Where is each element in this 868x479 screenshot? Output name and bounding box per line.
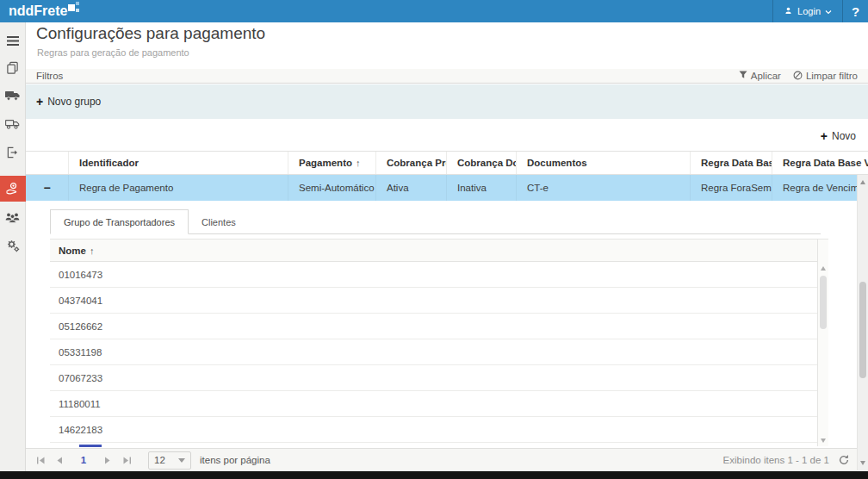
inner-column-nome[interactable]: Nome ↑: [50, 240, 817, 262]
detail-tabs: Grupo de Transportadores Clientes: [50, 209, 249, 234]
refresh-button[interactable]: [838, 454, 850, 466]
minus-icon: −: [43, 181, 50, 195]
scroll-up-arrow-icon[interactable]: [821, 266, 826, 271]
column-documentos[interactable]: Documentos: [517, 152, 691, 174]
logo-squares-icon: [68, 2, 79, 14]
list-item[interactable]: 14622183: [50, 417, 817, 443]
pager: 1 12 itens por página Exibindo itens 1 -…: [26, 448, 857, 471]
table-row-selected[interactable]: − Regra de Pagamento Semi-Automático Ati…: [26, 175, 857, 201]
sidebar-item-users[interactable]: [0, 204, 26, 230]
documents-icon: [6, 61, 19, 74]
scrollbar-thumb[interactable]: [859, 282, 866, 378]
sort-asc-icon: ↑: [90, 246, 95, 256]
help-icon: ?: [852, 4, 859, 19]
outer-vertical-scrollbar[interactable]: [857, 175, 868, 470]
list-item[interactable]: 11180011: [50, 391, 817, 417]
cell-identificador: Regra de Pagamento: [69, 175, 288, 201]
chevron-down-icon: [178, 458, 185, 463]
sidebar-item-settings[interactable]: [0, 233, 26, 258]
app-window: nddFrete Login ?: [0, 0, 868, 479]
scroll-up-arrow-icon[interactable]: [860, 180, 865, 184]
truck-icon: [5, 90, 20, 102]
column-regra-data-base-pag[interactable]: Regra Data Base Pag...: [691, 152, 772, 174]
tab-grupo-de-transportadores[interactable]: Grupo de Transportadores: [50, 209, 189, 234]
scroll-down-arrow-icon[interactable]: [860, 461, 865, 465]
menu-toggle-button[interactable]: [0, 28, 26, 53]
sidebar: [0, 22, 26, 471]
list-item[interactable]: 04374041: [50, 288, 817, 314]
users-icon: [5, 212, 20, 223]
clear-filter-label: Limpar filtro: [806, 71, 858, 81]
help-button[interactable]: ?: [842, 0, 868, 22]
list-item[interactable]: 07067233: [50, 365, 817, 391]
per-page-label: itens por página: [200, 455, 270, 465]
hamburger-icon: [7, 36, 19, 46]
column-pagamento[interactable]: Pagamento↑: [288, 152, 376, 174]
plus-icon: +: [36, 96, 43, 108]
apply-filter-button[interactable]: Aplicar: [739, 71, 781, 81]
column-expander: [26, 152, 69, 174]
page-number-current[interactable]: 1: [69, 455, 98, 465]
new-group-button[interactable]: + Novo grupo: [36, 96, 101, 108]
new-group-label: Novo grupo: [47, 96, 101, 108]
clear-filter-button[interactable]: Limpar filtro: [793, 71, 858, 82]
filters-title: Filtros: [36, 71, 63, 81]
list-item[interactable]: 05331198: [50, 339, 817, 365]
cell-cobranca-doccob: Inativa: [447, 175, 517, 201]
column-regra-data-base-venc[interactable]: Regra Data Base Venc...: [772, 152, 868, 174]
sort-asc-icon: ↑: [356, 158, 361, 168]
page-subtitle: Regras para geração de pagamento: [37, 47, 189, 58]
column-cobranca-prefat[interactable]: Cobrança Prefat: [376, 152, 447, 174]
sidebar-item-documents[interactable]: [0, 54, 26, 80]
cell-regra-data-base-venc: Regra de Vencimento d...: [772, 175, 857, 201]
next-page-button[interactable]: [98, 449, 117, 472]
new-button-label: Novo: [832, 130, 856, 142]
window-bottom-edge: [0, 471, 868, 479]
first-page-button[interactable]: [31, 449, 50, 472]
filters-bar: Filtros Aplicar Limpar filtro: [26, 69, 868, 84]
filters-panel: + Novo grupo: [26, 84, 868, 119]
sidebar-item-truck-outline[interactable]: [0, 111, 26, 137]
list-item[interactable]: 01016473: [50, 262, 817, 288]
cell-documentos: CT-e: [517, 175, 691, 201]
truck-outline-icon: [5, 118, 20, 130]
column-cobranca-doccob[interactable]: Cobrança DocCob: [447, 152, 517, 174]
page-size-select[interactable]: 12: [148, 451, 191, 470]
previous-page-button[interactable]: [50, 449, 69, 472]
cell-regra-data-base-pag: Regra ForaSemana: [691, 175, 772, 201]
apply-filter-label: Aplicar: [751, 71, 781, 81]
user-icon: [784, 6, 793, 17]
cancel-circle-icon: [793, 71, 803, 82]
funnel-icon: [739, 71, 747, 81]
app-logo[interactable]: nddFrete: [9, 1, 79, 22]
gears-icon: [6, 239, 20, 252]
column-identificador[interactable]: Identificador: [69, 152, 288, 174]
list-item[interactable]: 05126662: [50, 314, 817, 339]
pager-status: Exibindo itens 1 - 1 de 1: [723, 455, 829, 465]
topbar: nddFrete Login ?: [0, 0, 868, 22]
plus-icon: +: [821, 130, 828, 142]
cell-pagamento: Semi-Automático: [288, 175, 376, 201]
grid-header-row: Identificador Pagamento↑ Cobrança Prefat…: [26, 151, 868, 175]
sidebar-item-payment[interactable]: [0, 176, 26, 202]
tab-clientes[interactable]: Clientes: [189, 209, 249, 234]
chevron-down-icon: [825, 6, 832, 16]
page-title: Configurações para pagamento: [36, 24, 265, 43]
collapse-row-button[interactable]: −: [26, 175, 69, 201]
sidebar-item-truck[interactable]: [0, 83, 26, 109]
scrollbar-thumb[interactable]: [820, 276, 827, 329]
sidebar-item-export[interactable]: [0, 140, 26, 165]
inner-grid: Nome ↑ 01016473 04374041 05126662 053311…: [50, 239, 828, 446]
inner-horizontal-scrollbar-thumb[interactable]: [79, 445, 102, 447]
inner-vertical-scrollbar[interactable]: [817, 240, 828, 446]
page-size-value: 12: [154, 455, 165, 465]
last-page-button[interactable]: [117, 449, 136, 472]
new-button[interactable]: + Novo: [821, 130, 856, 142]
logo-text: nddFrete: [9, 1, 67, 22]
login-menu[interactable]: Login: [772, 0, 842, 22]
login-label: Login: [797, 6, 821, 16]
row-detail-panel: Grupo de Transportadores Clientes Nome ↑…: [26, 201, 857, 448]
hand-coin-icon: [5, 182, 20, 196]
cell-cobranca-prefat: Ativa: [376, 175, 447, 201]
scroll-down-arrow-icon[interactable]: [821, 439, 826, 443]
